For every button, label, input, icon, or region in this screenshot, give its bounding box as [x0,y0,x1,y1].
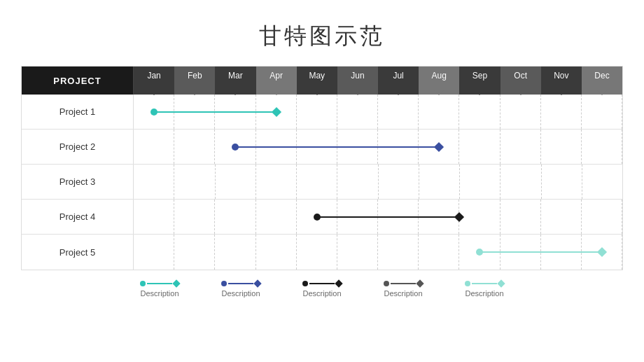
table-row: Project 1 [22,95,622,130]
grid-cell-2-8 [460,165,500,199]
month-header-may: May [297,67,337,95]
legend-label-1: Description [221,289,260,298]
grid-cell-1-1 [174,130,215,164]
grid-cell-4-1 [174,235,215,270]
grid-cell-4-10 [541,235,582,270]
project-name-0: Project 1 [22,95,134,129]
grid-cell-3-8 [459,200,500,234]
gantt-area-1 [134,130,622,164]
grid-cell-1-7 [419,130,459,164]
grid-cell-2-5 [337,165,378,199]
grid-cell-4-8 [459,235,500,270]
table-row: Project 2 [22,130,622,165]
grid-cell-0-10 [541,95,582,129]
data-rows: Project 1Project 2Project 3Project 4Proj… [22,95,622,270]
grid-cell-4-5 [337,235,378,270]
month-header-feb: Feb [174,67,215,95]
grid-cell-2-4 [297,165,337,199]
grid-cell-3-1 [174,200,215,234]
gantt-area-3 [134,200,622,234]
grid-cell-3-5 [337,200,378,234]
grid-cell-4-6 [378,235,419,270]
month-header-apr: Apr [256,67,297,95]
month-header-dec: Dec [582,67,622,95]
grid-cell-1-5 [337,130,378,164]
month-header-nov: Nov [541,67,582,95]
grid-cell-0-7 [419,95,459,129]
legend-dot-3 [384,281,389,286]
table-row: Project 5 [22,235,622,270]
grid-cell-0-9 [500,95,541,129]
month-header-aug: Aug [419,67,459,95]
page-title: 甘特图示范 [259,21,385,52]
legend-line-segment-1 [228,283,253,284]
legend-diamond-0 [172,279,180,287]
legend-item-4: Description [465,281,504,298]
legend-label-2: Description [302,289,341,298]
legend-dot-2 [302,281,308,286]
legend-line-segment-4 [472,283,497,284]
grid-cell-2-1 [174,165,215,199]
legend-line-0 [140,281,179,286]
grid-cell-0-3 [256,95,297,129]
legend-diamond-2 [335,279,342,287]
chart-header: PROJECT JanFebMarAprMayJunJulAugSepOctNo… [22,67,622,95]
legend-diamond-4 [497,279,505,287]
grid-cell-1-0 [134,130,174,164]
gantt-area-4 [134,235,622,270]
month-header-sep: Sep [459,67,500,95]
grid-cell-0-8 [459,95,500,129]
month-header-oct: Oct [500,67,541,95]
grid-cell-2-7 [419,165,460,199]
grid-cell-3-10 [541,200,582,234]
legend-line-1 [221,281,260,286]
legend-item-1: Description [221,281,260,298]
table-row: Project 3 [22,165,622,200]
gantt-area-0 [134,95,622,129]
legend-line-3 [384,281,423,286]
project-name-2: Project 3 [22,165,134,199]
legend-line-4 [465,281,504,286]
month-header-jan: Jan [134,67,174,95]
legend-diamond-1 [253,279,261,287]
legend-line-2 [302,281,342,286]
grid-cell-0-2 [215,95,255,129]
grid-cell-4-7 [419,235,459,270]
grid-cell-1-9 [500,130,541,164]
grid-cell-1-8 [459,130,500,164]
grid-cell-2-9 [500,165,541,199]
legend-label-4: Description [465,289,503,298]
grid-cell-2-11 [582,165,622,199]
legend-dot-4 [465,281,470,286]
gantt-chart: PROJECT JanFebMarAprMayJunJulAugSepOctNo… [21,66,623,270]
grid-cell-0-5 [337,95,378,129]
grid-cell-3-6 [378,200,419,234]
grid-cell-4-11 [582,235,622,270]
grid-cell-3-2 [215,200,255,234]
grid-cell-3-3 [256,200,297,234]
grid-cell-4-4 [297,235,337,270]
grid-cell-2-6 [379,165,419,199]
legend-line-segment-0 [147,283,172,284]
legend-dot-0 [140,281,146,286]
grid-cell-4-0 [134,235,174,270]
grid-cell-4-9 [500,235,541,270]
grid-cell-0-1 [174,95,215,129]
grid-cell-0-6 [378,95,419,129]
grid-cell-3-11 [582,200,622,234]
legend: DescriptionDescriptionDescriptionDescrip… [140,281,504,298]
project-name-3: Project 4 [22,200,134,234]
legend-line-segment-2 [309,283,335,284]
grid-cell-3-0 [134,200,174,234]
grid-cell-2-0 [134,165,174,199]
legend-dot-1 [221,281,227,286]
grid-cell-0-0 [134,95,174,129]
legend-line-segment-3 [391,283,416,284]
grid-cell-0-11 [582,95,622,129]
legend-item-0: Description [140,281,179,298]
grid-cell-1-11 [582,130,622,164]
grid-cell-4-2 [215,235,255,270]
grid-cell-3-4 [297,200,337,234]
project-column-header: PROJECT [22,67,134,95]
legend-diamond-3 [416,279,424,287]
